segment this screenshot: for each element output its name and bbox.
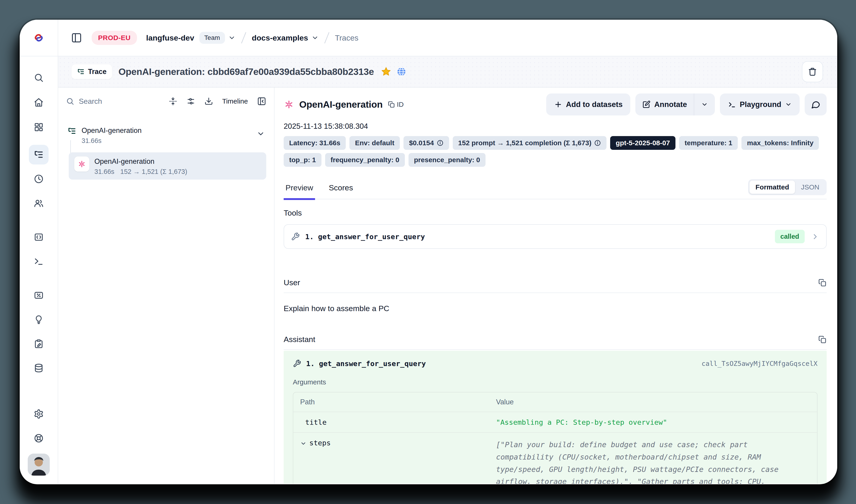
breadcrumb-project[interactable]: docs-examples [252, 33, 308, 42]
tab-scores[interactable]: Scores [327, 183, 355, 200]
table-row-title: title "Assembling a PC: Step-by-step ove… [293, 412, 817, 432]
tool-called-badge: called [775, 230, 805, 243]
tree-generation-item-selected[interactable]: OpenAI-generation 31.66s 152 → 1,521 (Σ … [69, 152, 266, 180]
trace-type-badge: Trace [71, 65, 112, 79]
temperature-badge: temperature: 1 [679, 136, 738, 150]
tree-root-item[interactable]: OpenAI-generation 31.66s [66, 126, 266, 145]
path-steps[interactable]: steps [293, 433, 489, 484]
project-switcher-chevron[interactable] [311, 34, 319, 41]
dashboard-grid-icon [34, 122, 44, 132]
presence-penalty-badge: presence_penalty: 0 [409, 153, 485, 167]
model-badge[interactable]: gpt-5-2025-08-07 [610, 136, 675, 150]
path-title: title [293, 412, 489, 432]
nav-users[interactable] [29, 193, 49, 213]
metadata-badges: Latency: 31.66s Env: default $0.0154 152… [284, 136, 827, 167]
users-icon [34, 198, 44, 208]
breadcrumb-separator [324, 32, 329, 43]
tool-name: 1. get_answer_for_user_query [305, 233, 425, 241]
copy-user-button[interactable] [818, 278, 827, 287]
env-badge: Env: default [350, 136, 400, 150]
user-message: Explain how to assemble a PC [284, 304, 827, 313]
delete-trace-button[interactable] [802, 61, 823, 82]
nav-dashboards[interactable] [29, 117, 49, 137]
terminal-icon [34, 256, 44, 266]
scores-percent-icon [34, 290, 44, 300]
user-avatar[interactable] [28, 454, 50, 475]
collapse-panel-button[interactable] [257, 97, 266, 106]
chevron-down-icon [256, 130, 265, 138]
assistant-section: Assistant 1. get_answer_for_user_query [284, 335, 827, 484]
sidebar-toggle-button[interactable] [71, 32, 82, 43]
observation-timestamp: 2025-11-13 15:38:08.304 [284, 122, 827, 130]
info-icon [437, 140, 444, 146]
nav-search[interactable] [29, 68, 49, 88]
nav-home[interactable] [29, 93, 49, 112]
tool-definition-row[interactable]: 1. get_answer_for_user_query called [284, 224, 827, 249]
chevron-right-icon [811, 233, 819, 241]
top-bar: PROD-EU langfuse-dev Team docs-examples … [20, 20, 837, 56]
copy-id-chip[interactable]: ID [388, 101, 404, 108]
value-title: "Assembling a PC: Step-by-step overview" [489, 412, 817, 432]
format-formatted[interactable]: Formatted [749, 181, 795, 194]
public-globe-icon[interactable] [396, 67, 407, 77]
tab-preview[interactable]: Preview [284, 183, 315, 200]
nav-annotation[interactable] [29, 334, 49, 354]
nav-prompts[interactable] [29, 227, 49, 247]
cost-badge[interactable]: $0.0154 [404, 136, 449, 150]
format-json[interactable]: JSON [795, 181, 825, 194]
avatar-image [28, 454, 50, 475]
section-divider [284, 349, 827, 350]
annotate-dropdown-button[interactable] [694, 93, 715, 115]
chevron-down-icon [701, 101, 708, 108]
tokens-badge[interactable]: 152 prompt → 1,521 completion (Σ 1,673) [453, 136, 607, 150]
star-icon[interactable] [381, 67, 391, 77]
breadcrumb-page[interactable]: Traces [335, 33, 359, 42]
chevron-down-icon [311, 34, 319, 41]
breadcrumb-separator [241, 32, 246, 43]
tools-section: Tools 1. get_answer_for_user_query calle… [284, 209, 827, 249]
openai-generation-icon [284, 99, 294, 110]
assistant-heading: Assistant [284, 335, 315, 344]
nav-traces[interactable] [29, 145, 49, 164]
tree-settings-button[interactable] [186, 97, 195, 106]
collapse-steps-chevron[interactable] [300, 440, 307, 447]
expand-tool-chevron[interactable] [811, 233, 819, 241]
trace-tree-panel: Timeline OpenAI-generation 31.66s [58, 88, 274, 484]
nav-scores[interactable] [29, 285, 49, 305]
playground-button[interactable]: Playground [720, 93, 800, 115]
org-name[interactable]: langfuse-dev [146, 33, 194, 42]
assistant-tool-call-box: 1. get_answer_for_user_query call_TsOZ5a… [284, 351, 827, 484]
top-p-badge: top_p: 1 [284, 153, 321, 167]
nav-support[interactable] [29, 428, 49, 448]
sliders-icon [186, 97, 195, 106]
copy-assistant-button[interactable] [818, 335, 827, 344]
observation-detail: OpenAI-generation ID Add to datasets [274, 88, 837, 484]
tree-search-input[interactable] [79, 97, 164, 106]
nav-playground[interactable] [29, 252, 49, 271]
collapse-all-button[interactable] [168, 97, 177, 106]
fold-vertical-icon [168, 97, 177, 106]
trace-tree: OpenAI-generation 31.66s Open [66, 126, 266, 180]
download-button[interactable] [204, 97, 213, 106]
annotate-button[interactable]: Annotate [635, 93, 694, 115]
chevron-down-icon [300, 440, 307, 447]
add-to-datasets-button[interactable]: Add to datasets [546, 93, 630, 115]
max-tokens-badge: max_tokens: Infinity [742, 136, 819, 150]
list-tree-icon [67, 126, 76, 136]
collapse-node-chevron[interactable] [256, 130, 265, 138]
nav-settings[interactable] [29, 404, 49, 424]
comments-button[interactable] [805, 93, 827, 115]
environment-badge: PROD-EU [92, 31, 137, 45]
observation-title: OpenAI-generation [299, 99, 382, 110]
generation-chip [74, 157, 89, 172]
timeline-toggle[interactable]: Timeline [222, 97, 248, 105]
org-switcher-chevron[interactable] [228, 34, 235, 41]
nav-insights[interactable] [29, 310, 49, 329]
arguments-label: Arguments [293, 378, 818, 386]
download-icon [204, 97, 213, 106]
nav-datasets[interactable] [29, 358, 49, 378]
nav-sessions[interactable] [29, 169, 49, 189]
clipboard-pen-icon [34, 339, 44, 349]
arguments-table: Path Value title "Assembling a PC: Step-… [293, 392, 818, 484]
user-heading: User [284, 278, 300, 287]
